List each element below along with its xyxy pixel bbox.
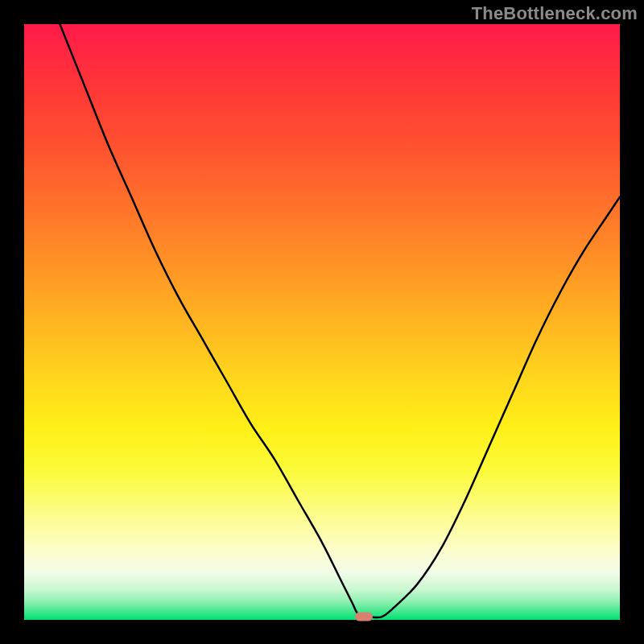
minimum-marker: [355, 613, 373, 621]
watermark-text: TheBottleneck.com: [472, 3, 638, 24]
plot-area: [24, 24, 620, 620]
bottleneck-curve: [24, 24, 620, 620]
chart-frame: TheBottleneck.com: [0, 0, 644, 644]
